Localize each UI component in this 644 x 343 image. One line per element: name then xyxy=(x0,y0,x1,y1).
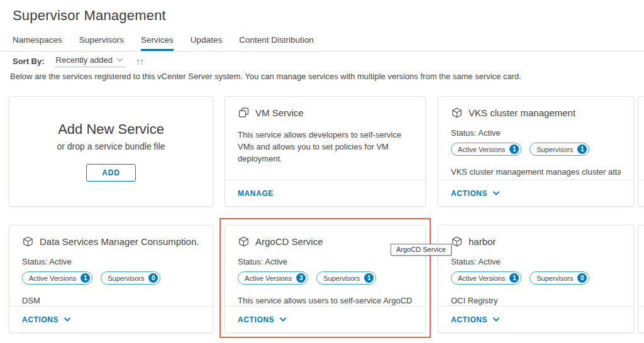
active-versions-badge: Active Versions 1 xyxy=(451,143,521,156)
actions-label: ACTIONS xyxy=(451,315,487,324)
badge-label: Active Versions xyxy=(458,275,505,282)
actions-button[interactable]: ACTIONS xyxy=(451,189,500,198)
card-footer: ACTIONS xyxy=(9,306,213,332)
badge-count: 1 xyxy=(509,144,519,154)
active-versions-badge: Active Versions 1 xyxy=(22,271,92,285)
add-new-service-card[interactable]: Add New Service or drop a service bundle… xyxy=(9,96,213,207)
sort-direction-toggle[interactable]: ↑↑ xyxy=(136,56,143,67)
vm-icon xyxy=(238,107,250,119)
badge-label: Supervisors xyxy=(323,275,360,282)
supervisors-badge: Supervisors 1 xyxy=(530,143,589,156)
card-footer: MANAGE xyxy=(225,180,425,206)
chevron-down-icon xyxy=(492,190,500,197)
partial-card-footer xyxy=(638,180,644,206)
actions-label: ACTIONS xyxy=(451,189,487,198)
status-text: Status: Active xyxy=(238,257,413,266)
sort-asc-blue-icon: ↑ xyxy=(139,56,143,67)
active-versions-badge: Active Versions 1 xyxy=(451,271,521,285)
actions-label: ACTIONS xyxy=(238,315,274,324)
badge-count: 3 xyxy=(296,273,306,283)
manage-button[interactable]: MANAGE xyxy=(238,189,274,198)
badge-count: 1 xyxy=(577,144,587,154)
badge-label: Active Versions xyxy=(245,275,292,282)
chevron-down-icon xyxy=(279,316,287,324)
actions-button[interactable]: ACTIONS xyxy=(22,315,71,324)
badge-label: Supervisors xyxy=(536,146,573,153)
supervisors-badge: Supervisors 0 xyxy=(101,271,160,285)
chevron-down-icon xyxy=(116,57,123,63)
status-text: Status: Active xyxy=(22,257,200,266)
cube-icon xyxy=(22,236,34,248)
cube-icon xyxy=(451,236,463,248)
card-title: Data Services Manager Consumption... xyxy=(40,236,200,247)
chevron-down-icon xyxy=(492,316,500,324)
service-card-dsm[interactable]: Data Services Manager Consumption... Sta… xyxy=(9,225,213,333)
intro-text: Below are the services registered to thi… xyxy=(10,72,521,81)
partial-card-bottom xyxy=(638,225,644,333)
cube-icon xyxy=(238,236,250,248)
tab-namespaces[interactable]: Namespaces xyxy=(13,30,62,51)
partial-card-footer xyxy=(638,306,644,332)
service-card-harbor[interactable]: harbor Status: Active Active Versions 1 … xyxy=(438,225,634,333)
active-versions-badge: Active Versions 3 xyxy=(238,271,308,285)
sort-by-label: Sort By: xyxy=(13,57,45,66)
actions-button[interactable]: ACTIONS xyxy=(451,315,500,324)
sort-select[interactable]: Recently added xyxy=(55,55,126,67)
tab-supervisors[interactable]: Supervisors xyxy=(79,30,124,51)
add-card-title: Add New Service xyxy=(58,121,164,138)
status-text: Status: Active xyxy=(451,257,621,266)
badge-label: Supervisors xyxy=(108,275,144,282)
page-title: Supervisor Management xyxy=(13,8,166,24)
card-footer: ACTIONS xyxy=(438,306,633,332)
badge-count: 1 xyxy=(364,273,374,283)
tab-updates[interactable]: Updates xyxy=(191,30,222,51)
actions-button[interactable]: ACTIONS xyxy=(238,315,287,324)
actions-label: ACTIONS xyxy=(22,315,58,324)
badge-label: Active Versions xyxy=(29,275,76,282)
manage-label: MANAGE xyxy=(238,189,274,198)
tab-services[interactable]: Services xyxy=(141,30,174,51)
service-card-argocd[interactable]: ArgoCD Service Status: Active Active Ver… xyxy=(225,225,426,333)
card-title: harbor xyxy=(469,236,496,247)
card-description: This service allows developers to self-s… xyxy=(238,129,413,165)
badge-count: 1 xyxy=(509,273,519,283)
tab-content-distribution[interactable]: Content Distribution xyxy=(239,30,314,51)
badge-count: 0 xyxy=(577,273,587,283)
card-title: VKS cluster management xyxy=(469,107,575,118)
supervisors-badge: Supervisors 0 xyxy=(530,271,589,285)
service-card-vks[interactable]: VKS cluster management Status: Active Ac… xyxy=(438,96,634,207)
partial-card-top xyxy=(638,96,644,207)
card-title: VM Service xyxy=(255,107,304,118)
chevron-down-icon xyxy=(64,316,71,324)
badge-count: 1 xyxy=(80,273,90,283)
card-footer: ACTIONS xyxy=(438,180,633,206)
add-button[interactable]: ADD xyxy=(86,164,135,182)
status-text: Status: Active xyxy=(451,128,621,138)
supervisors-badge: Supervisors 1 xyxy=(316,271,376,285)
badge-label: Supervisors xyxy=(536,275,573,282)
sort-select-value: Recently added xyxy=(56,55,113,65)
badge-count: 0 xyxy=(148,273,158,283)
tooltip: ArgoCD Service xyxy=(391,244,452,256)
tab-bar: Namespaces Supervisors Services Updates … xyxy=(0,30,644,52)
card-footer: ACTIONS xyxy=(225,306,425,332)
badge-label: Active Versions xyxy=(458,146,505,153)
card-title: ArgoCD Service xyxy=(255,236,323,247)
service-card-vm-service[interactable]: VM Service This service allows developer… xyxy=(225,96,426,207)
sort-row: Sort By: Recently added ↑↑ xyxy=(13,55,143,67)
cube-icon xyxy=(451,107,463,119)
add-card-subtitle: or drop a service bundle file xyxy=(57,141,165,151)
card-description: VKS cluster management manages cluster a… xyxy=(451,166,621,178)
